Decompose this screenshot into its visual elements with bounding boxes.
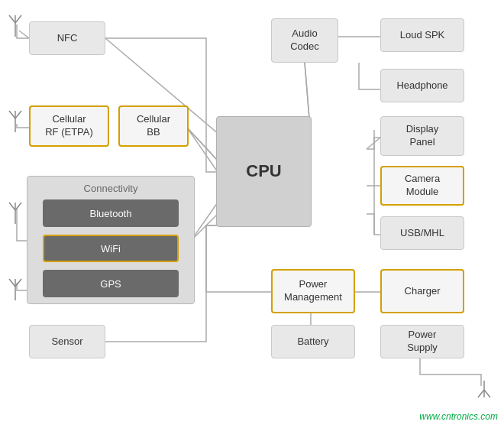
charger-label: Charger [405,285,441,298]
nfc-box: NFC [29,21,105,55]
cellular-bb-label: CellularBB [137,113,170,139]
cpu-label: CPU [246,160,281,183]
cellular-bb-box: CellularBB [118,105,189,147]
svg-line-5 [367,138,380,149]
svg-line-23 [9,203,15,210]
headphone-label: Headphone [396,79,447,92]
antenna-2 [6,103,24,134]
display-panel-label: DisplayPanel [406,123,439,149]
svg-line-9 [187,128,218,160]
svg-line-27 [9,279,15,287]
svg-line-2 [305,63,309,118]
antenna-1 [6,8,24,38]
svg-line-15 [9,15,15,23]
connectivity-group: Connectivity Bluetooth WiFi GPS [27,176,195,304]
svg-line-21 [15,111,21,118]
audio-codec-box: AudioCodec [271,18,338,63]
gps-label: GPS [100,278,121,290]
usb-mhl-label: USB/MHL [400,227,444,240]
cellular-rf-label: CellularRF (ETPA) [45,113,93,139]
nfc-label: NFC [57,32,78,45]
watermark: www.cntronics.com [419,411,498,422]
audio-codec-label: AudioCodec [290,28,319,54]
usb-mhl-box: USB/MHL [380,216,464,250]
cpu-box: CPU [216,116,312,227]
power-supply-box: PowerSupply [380,325,464,358]
svg-line-31 [478,390,484,397]
loud-spk-box: Loud SPK [380,18,464,52]
charger-box: Charger [380,269,464,313]
power-management-box: PowerManagement [271,269,355,313]
cellular-rf-box: CellularRF (ETPA) [29,105,109,147]
svg-line-11 [187,128,218,172]
battery-label: Battery [297,336,328,349]
svg-line-13 [191,214,218,241]
loud-spk-label: Loud SPK [400,29,445,42]
svg-line-25 [15,203,21,210]
svg-line-10 [187,128,218,160]
display-panel-box: DisplayPanel [380,116,464,156]
svg-line-33 [484,390,490,397]
power-supply-label: PowerSupply [407,329,438,355]
camera-module-box: CameraModule [380,166,464,206]
connectivity-label: Connectivity [84,183,138,194]
svg-line-17 [15,15,21,23]
sensor-label: Sensor [51,336,82,349]
headphone-box: Headphone [380,69,464,102]
battery-box: Battery [271,325,355,358]
wifi-label: WiFi [101,243,121,255]
bluetooth-label: Bluetooth [90,208,132,219]
svg-line-4 [305,63,309,118]
svg-line-12 [191,203,218,241]
antenna-3 [6,195,24,225]
svg-line-19 [9,111,15,118]
antenna-4 [6,271,24,302]
svg-line-29 [15,279,21,287]
power-management-label: PowerManagement [284,278,342,304]
antenna-bottom [475,381,493,404]
camera-module-label: CameraModule [405,173,440,199]
diagram: NFC AudioCodec Loud SPK Headphone Cellul… [0,0,504,428]
sensor-box: Sensor [29,325,105,358]
